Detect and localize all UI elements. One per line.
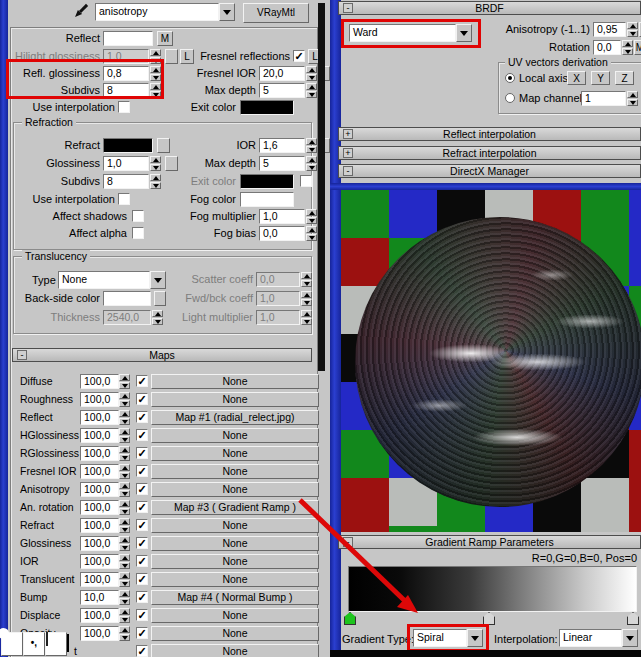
- directx-manager-rollout[interactable]: - DirectX Manager: [338, 164, 641, 178]
- map-enable-checkbox[interactable]: ✓: [136, 375, 148, 387]
- chevron-down-icon[interactable]: [456, 24, 472, 42]
- map-slot-button[interactable]: None: [151, 428, 319, 443]
- chevron-down-icon[interactable]: [219, 3, 235, 21]
- panel-scrollbar[interactable]: [318, 3, 325, 371]
- map-enable-checkbox[interactable]: ✓: [136, 591, 148, 603]
- fresnel-ior-spinner[interactable]: [306, 66, 317, 81]
- collapse-icon[interactable]: -: [343, 3, 353, 13]
- fog-multiplier-input[interactable]: 1,0: [259, 209, 305, 224]
- expand-icon[interactable]: +: [343, 129, 353, 139]
- chevron-down-icon[interactable]: [467, 629, 483, 647]
- refr-max-depth-spinner[interactable]: [306, 156, 317, 171]
- collapse-icon[interactable]: -: [17, 350, 27, 360]
- map-slot-button[interactable]: Map #3 ( Gradient Ramp ): [151, 500, 319, 515]
- fwd-bck-coeff-input[interactable]: 1,0: [256, 291, 300, 306]
- fwd-bck-coeff-spinner[interactable]: [301, 291, 312, 306]
- map-amount-spinner[interactable]: [119, 374, 130, 389]
- chevron-down-icon[interactable]: [150, 271, 166, 289]
- map-amount-spinner[interactable]: [119, 464, 130, 479]
- ime-dots-icon[interactable]: •,: [23, 632, 45, 656]
- map-amount-spinner[interactable]: [119, 626, 130, 641]
- gradient-ramp-bar[interactable]: [348, 566, 637, 612]
- ime-pen-icon[interactable]: [1, 632, 23, 656]
- refl-glossiness-spinner[interactable]: [150, 66, 161, 81]
- gradient-type-dropdown[interactable]: Spiral: [413, 629, 483, 647]
- chevron-down-icon[interactable]: [622, 629, 638, 647]
- gradient-flag-end[interactable]: [627, 612, 639, 625]
- map-amount-input[interactable]: 100,0: [80, 464, 119, 479]
- map-amount-input[interactable]: 100,0: [80, 446, 119, 461]
- brdf-anisotropy-input[interactable]: 0,95: [593, 22, 626, 37]
- translucency-type-dropdown[interactable]: None: [58, 271, 166, 289]
- map-amount-spinner[interactable]: [119, 536, 130, 551]
- refract-interpolation-rollout[interactable]: + Refract interpolation: [338, 146, 641, 160]
- map-amount-spinner[interactable]: [119, 392, 130, 407]
- scatter-coeff-spinner[interactable]: [301, 272, 312, 287]
- fresnel-reflections-checkbox[interactable]: ✓: [293, 50, 305, 62]
- refr-exit-color-swatch[interactable]: [240, 174, 294, 189]
- map-amount-spinner[interactable]: [119, 428, 130, 443]
- ior-spinner[interactable]: [306, 138, 317, 153]
- map-amount-input[interactable]: 100,0: [80, 572, 119, 587]
- fog-bias-input[interactable]: 0,0: [259, 226, 305, 241]
- fresnel-ior-input[interactable]: 20,0: [259, 66, 305, 81]
- map-enable-checkbox[interactable]: ✓: [136, 537, 148, 549]
- hilight-glossiness-spinner[interactable]: [150, 49, 161, 64]
- map-slot-button[interactable]: Map #4 ( Normal Bump ): [151, 590, 319, 605]
- maps-rollout-header[interactable]: - Maps: [12, 348, 312, 362]
- map-enable-checkbox[interactable]: ✓: [136, 465, 148, 477]
- map-slot-button[interactable]: None: [151, 572, 319, 587]
- refract-blank-button[interactable]: [157, 138, 170, 153]
- map-enable-checkbox[interactable]: ✓: [136, 519, 148, 531]
- map-enable-checkbox[interactable]: ✓: [136, 609, 148, 621]
- affect-shadows-checkbox[interactable]: [132, 210, 144, 222]
- back-side-color-swatch[interactable]: [103, 291, 151, 306]
- reflect-interpolation-rollout[interactable]: + Reflect interpolation: [338, 127, 641, 141]
- refr-max-depth-input[interactable]: 5: [259, 156, 305, 171]
- map-slot-button[interactable]: None: [151, 644, 319, 657]
- map-amount-spinner[interactable]: [119, 572, 130, 587]
- hilight-glossiness-blank-button[interactable]: [165, 49, 178, 64]
- scatter-coeff-input[interactable]: 0,0: [256, 272, 300, 287]
- map-slot-button[interactable]: None: [151, 554, 319, 569]
- map-amount-input[interactable]: 100,0: [80, 518, 119, 533]
- reflect-map-button[interactable]: M: [157, 31, 173, 46]
- gradient-ramp-rollout-header[interactable]: - Gradient Ramp Parameters: [338, 535, 641, 549]
- refr-subdivs-input[interactable]: 8: [103, 174, 149, 189]
- back-side-blank-button[interactable]: [154, 291, 166, 306]
- max-depth-input[interactable]: 5: [259, 83, 305, 98]
- exit-color-swatch[interactable]: [240, 100, 294, 115]
- refl-glossiness-input[interactable]: 0,8: [103, 66, 149, 81]
- map-channel-input[interactable]: 1: [581, 91, 626, 106]
- fog-multiplier-spinner[interactable]: [306, 209, 317, 224]
- color-picker-icon[interactable]: [70, 2, 90, 22]
- brdf-rotation-input[interactable]: 0,0: [593, 40, 621, 55]
- map-amount-spinner[interactable]: [119, 554, 130, 569]
- map-amount-spinner[interactable]: [119, 518, 130, 533]
- reflect-color-swatch[interactable]: [103, 31, 153, 46]
- gradient-flag-start[interactable]: [344, 612, 356, 625]
- map-enable-checkbox[interactable]: ✓: [136, 555, 148, 567]
- map-amount-input[interactable]: 100,0: [80, 482, 119, 497]
- map-amount-spinner[interactable]: [119, 608, 130, 623]
- light-multiplier-input[interactable]: 1,0: [256, 310, 300, 325]
- map-enable-checkbox[interactable]: ✓: [136, 627, 148, 639]
- refr-subdivs-spinner[interactable]: [150, 174, 161, 189]
- map-slot-button[interactable]: None: [151, 626, 319, 641]
- map-slot-button[interactable]: Map #1 (radial_relect.jpg): [151, 410, 319, 425]
- use-interpolation-checkbox[interactable]: [118, 101, 130, 113]
- refr-glossiness-input[interactable]: 1,0: [103, 156, 149, 171]
- local-axis-radio[interactable]: [505, 73, 515, 83]
- map-amount-spinner[interactable]: [119, 482, 130, 497]
- gradient-flag-mid[interactable]: [483, 612, 495, 625]
- map-slot-button[interactable]: None: [151, 446, 319, 461]
- map-amount-input[interactable]: 100,0: [80, 410, 119, 425]
- map-amount-input[interactable]: 100,0: [80, 608, 119, 623]
- map-amount-input[interactable]: 100,0: [80, 500, 119, 515]
- map-amount-input[interactable]: 100,0: [80, 374, 119, 389]
- brdf-rotation-map-button[interactable]: M: [634, 40, 641, 55]
- subdivs-spinner[interactable]: [150, 83, 161, 98]
- expand-icon[interactable]: +: [343, 148, 353, 158]
- thickness-input[interactable]: 2540,0: [103, 310, 151, 325]
- ior-input[interactable]: 1,6: [259, 138, 305, 153]
